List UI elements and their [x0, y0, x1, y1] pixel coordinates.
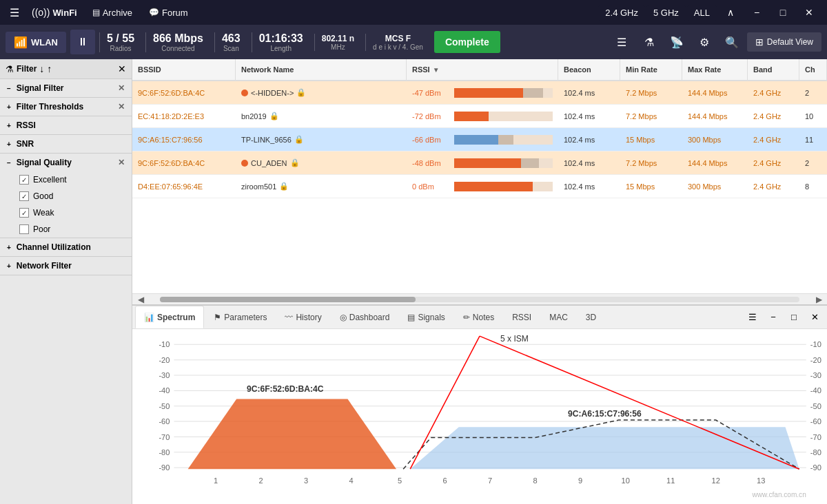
td-maxrate: 144.4 Mbps	[682, 151, 748, 174]
channel-util-header[interactable]: + Channel Utilization	[0, 238, 132, 256]
expand-icon: +	[7, 103, 11, 111]
table-row[interactable]: 9C:6F:52:6D:BA:4C <-HIDDEN-> 🔒 -47 dBm 1	[132, 81, 827, 105]
th-rssi[interactable]: RSSI ▼	[407, 59, 558, 80]
network-filter-section: + Network Filter	[0, 257, 132, 275]
table-row[interactable]: 9C:6F:52:6D:BA:4C CU_ADEN 🔒 -48 dBm 102.	[132, 151, 827, 175]
titlebar: ☰ ((o)) WinFi ▤ Archive 💬 Forum 2.4 GHz …	[0, 0, 827, 25]
signal-quality-close[interactable]: ✕	[118, 158, 125, 167]
window-max-btn[interactable]: □	[770, 0, 795, 25]
scroll-left[interactable]: ◀	[135, 294, 146, 305]
td-netname: bn2019 🔒	[236, 105, 407, 127]
tab-mac[interactable]: MAC	[541, 306, 576, 328]
good-checkbox[interactable]: ✓	[19, 191, 29, 201]
tab-menu-btn[interactable]: ☰	[743, 308, 762, 327]
tab-rssi[interactable]: RSSI	[504, 306, 540, 328]
td-ch: 8	[799, 175, 827, 198]
window-up-btn[interactable]: ∧	[718, 0, 743, 25]
svg-text:12: 12	[712, 476, 720, 484]
td-netname: TP-LINK_9656 🔒	[236, 128, 407, 151]
filter-thresholds-close[interactable]: ✕	[118, 102, 125, 112]
scroll-track[interactable]	[160, 297, 799, 302]
signal-filter-close[interactable]: ✕	[118, 83, 125, 93]
blue-network-label: 9C:A6:15:C7:96:56	[568, 409, 642, 419]
horizontal-scrollbar[interactable]: ◀ ▶	[132, 293, 827, 304]
freq-24-btn[interactable]: 2.4 GHz	[598, 5, 645, 21]
table-row[interactable]: D4:EE:07:65:96:4E ziroom501 🔒 0 dBm 102.…	[132, 175, 827, 198]
content-area: BSSID Network Name RSSI ▼ Beacon Min Rat…	[132, 59, 827, 504]
bottom-panel: 📊 Spectrum ⚑ Parameters 〰 History ◎ Dash…	[132, 304, 827, 504]
window-min-btn[interactable]: −	[744, 0, 769, 25]
table-row[interactable]: 9C:A6:15:C7:96:56 TP-LINK_9656 🔒 -66 dBm…	[132, 128, 827, 151]
td-rssi: -47 dBm	[407, 81, 558, 104]
archive-menu[interactable]: ▤ Archive	[85, 5, 139, 21]
search-action-btn[interactable]: 🔍	[719, 30, 744, 54]
rssi-bar-fill	[454, 158, 521, 168]
tab-min-btn[interactable]: −	[764, 308, 783, 327]
rssi-section: + RSSI	[0, 116, 132, 135]
network-dot	[241, 160, 248, 167]
signal-quality-header[interactable]: − Signal Quality ✕	[0, 154, 132, 171]
rssi-header[interactable]: + RSSI	[0, 116, 132, 134]
snr-header[interactable]: + SNR	[0, 135, 132, 153]
filter-down-btn[interactable]: ↓	[39, 63, 44, 74]
main-layout: ⚗ Filter ↓ ↑ ✕ − Signal Filter ✕ + Filte…	[0, 59, 827, 504]
notes-icon: ✏	[463, 313, 470, 322]
network-filter-header[interactable]: + Network Filter	[0, 257, 132, 275]
tab-history[interactable]: 〰 History	[276, 306, 329, 328]
scroll-right[interactable]: ▶	[813, 294, 824, 305]
poor-checkbox[interactable]	[19, 224, 29, 234]
channel-util-section: + Channel Utilization	[0, 238, 132, 257]
th-bssid: BSSID	[132, 59, 236, 80]
hamburger-menu[interactable]: ☰	[6, 3, 23, 22]
tab-signals[interactable]: ▤ Signals	[399, 306, 453, 328]
weak-checkbox[interactable]: ✓	[19, 208, 29, 218]
tab-notes[interactable]: ✏ Notes	[455, 306, 502, 328]
quality-poor[interactable]: Poor	[0, 221, 132, 238]
quality-weak[interactable]: ✓ Weak	[0, 204, 132, 221]
svg-text:13: 13	[757, 476, 765, 484]
antenna-action-btn[interactable]: 📡	[664, 30, 689, 54]
snr-section: + SNR	[0, 135, 132, 154]
excellent-checkbox[interactable]: ✓	[19, 175, 29, 185]
freq-5-btn[interactable]: 5 GHz	[646, 5, 686, 21]
window-close-btn[interactable]: ✕	[797, 0, 821, 25]
td-rssi: -48 dBm	[407, 151, 558, 174]
titlebar-menu: ▤ Archive 💬 Forum	[85, 5, 591, 21]
tab-dashboard[interactable]: ◎ Dashboard	[331, 306, 398, 328]
filter-close-btn[interactable]: ✕	[118, 63, 126, 74]
tab-spectrum[interactable]: 📊 Spectrum	[135, 306, 204, 328]
menu-action-btn[interactable]: ☰	[609, 30, 634, 54]
quality-excellent[interactable]: ✓ Excellent	[0, 171, 132, 188]
lock-icon: 🔒	[269, 112, 279, 120]
svg-text:-10: -10	[159, 340, 170, 348]
quality-good[interactable]: ✓ Good	[0, 188, 132, 204]
tab-3d[interactable]: 3D	[578, 306, 604, 328]
td-ch: 10	[799, 105, 827, 127]
tab-close-btn[interactable]: ✕	[805, 308, 824, 327]
bottom-tabs: 📊 Spectrum ⚑ Parameters 〰 History ◎ Dash…	[132, 306, 827, 329]
tab-parameters[interactable]: ⚑ Parameters	[205, 306, 275, 328]
signal-quality-section: − Signal Quality ✕ ✓ Excellent ✓ Good ✓ …	[0, 154, 132, 238]
svg-text:-60: -60	[159, 417, 170, 426]
pause-btn[interactable]: ⏸	[70, 30, 95, 54]
forum-menu[interactable]: 💬 Forum	[142, 5, 195, 21]
settings-action-btn[interactable]: ⚙	[692, 30, 717, 54]
speed-stat: 866 Mbps Connected	[145, 32, 210, 52]
filter-up-btn[interactable]: ↑	[47, 63, 52, 74]
td-rssi: -66 dBm	[407, 128, 558, 151]
tab-max-btn[interactable]: □	[784, 308, 804, 327]
table-row[interactable]: EC:41:18:2D:2E:E3 bn2019 🔒 -72 dBm 102.4…	[132, 105, 827, 128]
default-view-button[interactable]: ⊞ Default View	[747, 32, 821, 52]
freq-all-btn[interactable]: ALL	[687, 5, 717, 21]
filter-action-btn[interactable]: ⚗	[637, 30, 662, 54]
signal-filter-header[interactable]: − Signal Filter ✕	[0, 79, 132, 97]
complete-button[interactable]: Complete	[434, 31, 500, 53]
wlan-button[interactable]: 📶 WLAN	[6, 32, 66, 53]
blue-network-shape	[410, 427, 799, 469]
td-bssid: 9C:A6:15:C7:96:56	[132, 128, 236, 151]
filter-thresholds-header[interactable]: + Filter Thresholds ✕	[0, 98, 132, 116]
td-netname: ziroom501 🔒	[236, 175, 407, 198]
expand-icon: +	[7, 122, 11, 129]
td-band: 2.4 GHz	[748, 151, 799, 174]
th-minrate: Min Rate	[620, 59, 682, 80]
